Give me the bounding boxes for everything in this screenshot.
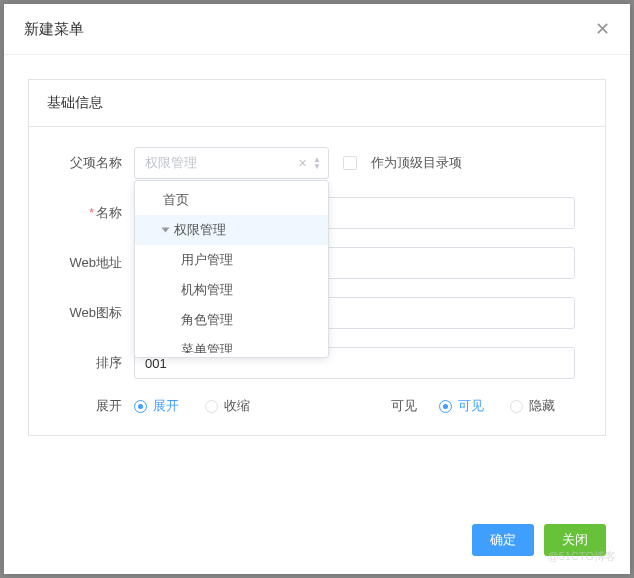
label-name: 名称 bbox=[96, 205, 122, 220]
ok-button[interactable]: 确定 bbox=[472, 524, 534, 556]
dropdown-option[interactable]: 首页 bbox=[135, 185, 328, 215]
radio-expand-on-label: 展开 bbox=[153, 397, 179, 415]
parent-select-value: 权限管理 bbox=[145, 154, 197, 172]
dropdown-option-label: 用户管理 bbox=[181, 251, 233, 269]
row-radios: 展开 展开 收缩 可见 可见 隐藏 bbox=[29, 397, 575, 415]
dropdown-option-label: 角色管理 bbox=[181, 311, 233, 329]
radio-visible-on-label: 可见 bbox=[458, 397, 484, 415]
parent-select[interactable]: 权限管理 ✕ ▲▼ 首页权限管理用户管理机构管理角色管理菜单管理字典管理功能管理 bbox=[134, 147, 329, 179]
radio-visible-on[interactable] bbox=[439, 400, 452, 413]
radio-expand-on[interactable] bbox=[134, 400, 147, 413]
label-parent: 父项名称 bbox=[29, 154, 134, 172]
top-level-checkbox[interactable] bbox=[343, 156, 357, 170]
dropdown-option[interactable]: 权限管理 bbox=[135, 215, 328, 245]
dropdown-option-label: 首页 bbox=[163, 191, 189, 209]
dropdown-option-label: 权限管理 bbox=[174, 221, 226, 239]
watermark: @51CTO博客 bbox=[548, 549, 616, 564]
modal-dialog: 新建菜单 ✕ 基础信息 父项名称 权限管理 ✕ ▲▼ 首页权限管理用户管理机构管… bbox=[4, 4, 630, 574]
dropdown-option-label: 菜单管理 bbox=[181, 341, 233, 353]
parent-dropdown: 首页权限管理用户管理机构管理角色管理菜单管理字典管理功能管理 bbox=[134, 180, 329, 358]
modal-title: 新建菜单 bbox=[24, 20, 84, 39]
form: 父项名称 权限管理 ✕ ▲▼ 首页权限管理用户管理机构管理角色管理菜单管理字典管… bbox=[29, 127, 605, 435]
dropdown-option-label: 机构管理 bbox=[181, 281, 233, 299]
label-expand: 展开 bbox=[29, 397, 134, 415]
dropdown-option[interactable]: 用户管理 bbox=[135, 245, 328, 275]
label-weburl: Web地址 bbox=[29, 254, 134, 272]
caret-icon: ▲▼ bbox=[313, 156, 321, 170]
label-visible: 可见 bbox=[391, 397, 417, 415]
label-webicon: Web图标 bbox=[29, 304, 134, 322]
radio-visible-off[interactable] bbox=[510, 400, 523, 413]
row-parent: 父项名称 权限管理 ✕ ▲▼ 首页权限管理用户管理机构管理角色管理菜单管理字典管… bbox=[29, 147, 575, 179]
panel-title: 基础信息 bbox=[29, 80, 605, 127]
dropdown-option[interactable]: 机构管理 bbox=[135, 275, 328, 305]
required-mark: * bbox=[89, 205, 94, 220]
dropdown-option[interactable]: 菜单管理 bbox=[135, 335, 328, 353]
modal-header: 新建菜单 ✕ bbox=[4, 4, 630, 55]
close-icon[interactable]: ✕ bbox=[595, 18, 610, 40]
radio-visible-off-label: 隐藏 bbox=[529, 397, 555, 415]
radio-expand-off[interactable] bbox=[205, 400, 218, 413]
dropdown-option[interactable]: 角色管理 bbox=[135, 305, 328, 335]
label-order: 排序 bbox=[29, 354, 134, 372]
chevron-down-icon bbox=[162, 228, 170, 233]
top-level-label: 作为顶级目录项 bbox=[371, 154, 462, 172]
radio-expand-off-label: 收缩 bbox=[224, 397, 250, 415]
panel-basic-info: 基础信息 父项名称 权限管理 ✕ ▲▼ 首页权限管理用户管理机构管理角色管理菜单… bbox=[28, 79, 606, 436]
clear-icon[interactable]: ✕ bbox=[298, 157, 307, 170]
